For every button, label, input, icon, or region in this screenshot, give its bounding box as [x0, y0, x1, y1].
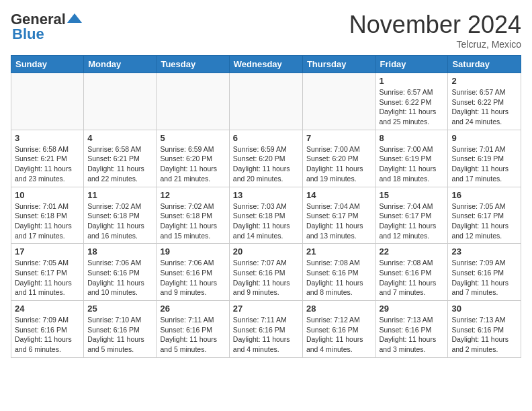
day-info: Sunrise: 7:04 AMSunset: 6:17 PMDaylight:… — [380, 201, 445, 241]
day-info: Sunrise: 6:59 AMSunset: 6:20 PMDaylight:… — [233, 144, 299, 184]
day-number: 28 — [306, 304, 372, 314]
weekday-header: Wednesday — [229, 56, 302, 73]
day-number: 18 — [87, 246, 152, 257]
calendar-cell: 13Sunrise: 7:03 AMSunset: 6:18 PMDayligh… — [229, 187, 302, 244]
day-info: Sunrise: 7:11 AMSunset: 6:16 PMDaylight:… — [160, 315, 225, 355]
day-number: 12 — [160, 190, 225, 200]
day-number: 13 — [233, 190, 299, 200]
calendar-cell: 25Sunrise: 7:10 AMSunset: 6:16 PMDayligh… — [84, 301, 157, 358]
day-info: Sunrise: 6:57 AMSunset: 6:22 PMDaylight:… — [451, 87, 517, 127]
calendar-cell — [11, 73, 84, 130]
calendar-week-row: 1Sunrise: 6:57 AMSunset: 6:22 PMDaylight… — [11, 73, 521, 130]
day-number: 5 — [160, 133, 225, 143]
calendar-cell: 20Sunrise: 7:07 AMSunset: 6:16 PMDayligh… — [229, 244, 302, 301]
weekday-header: Tuesday — [157, 56, 229, 73]
calendar-cell: 30Sunrise: 7:13 AMSunset: 6:16 PMDayligh… — [448, 301, 521, 358]
calendar-cell: 3Sunrise: 6:58 AMSunset: 6:21 PMDaylight… — [11, 130, 84, 187]
weekday-header: Sunday — [11, 56, 84, 73]
calendar-cell: 23Sunrise: 7:09 AMSunset: 6:16 PMDayligh… — [448, 244, 521, 301]
day-info: Sunrise: 7:09 AMSunset: 6:16 PMDaylight:… — [451, 258, 517, 298]
calendar-week-row: 3Sunrise: 6:58 AMSunset: 6:21 PMDaylight… — [11, 130, 521, 187]
day-info: Sunrise: 7:01 AMSunset: 6:19 PMDaylight:… — [451, 144, 517, 184]
day-info: Sunrise: 7:12 AMSunset: 6:16 PMDaylight:… — [306, 315, 372, 355]
day-number: 4 — [87, 133, 152, 143]
day-number: 3 — [15, 133, 80, 143]
day-number: 27 — [233, 304, 299, 314]
day-info: Sunrise: 7:08 AMSunset: 6:16 PMDaylight:… — [380, 258, 445, 298]
calendar-cell: 18Sunrise: 7:06 AMSunset: 6:16 PMDayligh… — [84, 244, 157, 301]
day-info: Sunrise: 6:58 AMSunset: 6:21 PMDaylight:… — [15, 144, 80, 184]
day-number: 15 — [380, 190, 445, 200]
day-info: Sunrise: 7:06 AMSunset: 6:16 PMDaylight:… — [87, 258, 152, 298]
weekday-header: Saturday — [448, 56, 521, 73]
day-info: Sunrise: 7:08 AMSunset: 6:16 PMDaylight:… — [306, 258, 372, 298]
day-number: 21 — [306, 246, 372, 257]
day-info: Sunrise: 7:02 AMSunset: 6:18 PMDaylight:… — [87, 201, 152, 241]
calendar-cell: 22Sunrise: 7:08 AMSunset: 6:16 PMDayligh… — [375, 244, 448, 301]
calendar-week-row: 10Sunrise: 7:01 AMSunset: 6:18 PMDayligh… — [11, 187, 521, 244]
day-number: 14 — [306, 190, 372, 200]
month-title: November 2024 — [349, 11, 521, 39]
day-number: 16 — [451, 190, 517, 200]
day-number: 20 — [233, 246, 299, 257]
calendar-cell: 21Sunrise: 7:08 AMSunset: 6:16 PMDayligh… — [302, 244, 375, 301]
calendar-cell: 7Sunrise: 7:00 AMSunset: 6:20 PMDaylight… — [302, 130, 375, 187]
calendar-cell — [157, 73, 229, 130]
day-info: Sunrise: 7:05 AMSunset: 6:17 PMDaylight:… — [15, 258, 80, 298]
day-info: Sunrise: 7:09 AMSunset: 6:16 PMDaylight:… — [15, 315, 80, 355]
calendar-cell: 29Sunrise: 7:13 AMSunset: 6:16 PMDayligh… — [375, 301, 448, 358]
day-number: 1 — [380, 76, 445, 86]
calendar-cell: 8Sunrise: 7:00 AMSunset: 6:19 PMDaylight… — [375, 130, 448, 187]
calendar-header-row: SundayMondayTuesdayWednesdayThursdayFrid… — [11, 56, 521, 73]
day-info: Sunrise: 6:57 AMSunset: 6:22 PMDaylight:… — [380, 87, 445, 127]
day-info: Sunrise: 6:59 AMSunset: 6:20 PMDaylight:… — [160, 144, 225, 184]
day-info: Sunrise: 7:02 AMSunset: 6:18 PMDaylight:… — [160, 201, 225, 241]
day-info: Sunrise: 7:11 AMSunset: 6:16 PMDaylight:… — [233, 315, 299, 355]
calendar-cell: 15Sunrise: 7:04 AMSunset: 6:17 PMDayligh… — [375, 187, 448, 244]
calendar-cell: 16Sunrise: 7:05 AMSunset: 6:17 PMDayligh… — [448, 187, 521, 244]
day-info: Sunrise: 7:07 AMSunset: 6:16 PMDaylight:… — [233, 258, 299, 298]
day-info: Sunrise: 7:00 AMSunset: 6:20 PMDaylight:… — [306, 144, 372, 184]
title-block: November 2024 Telcruz, Mexico — [349, 11, 521, 50]
calendar-cell: 24Sunrise: 7:09 AMSunset: 6:16 PMDayligh… — [11, 301, 84, 358]
calendar-table: SundayMondayTuesdayWednesdayThursdayFrid… — [11, 55, 521, 358]
weekday-header: Friday — [375, 56, 448, 73]
calendar-cell: 14Sunrise: 7:04 AMSunset: 6:17 PMDayligh… — [302, 187, 375, 244]
logo-blue: Blue — [12, 26, 44, 43]
calendar-cell: 2Sunrise: 6:57 AMSunset: 6:22 PMDaylight… — [448, 73, 521, 130]
calendar-week-row: 17Sunrise: 7:05 AMSunset: 6:17 PMDayligh… — [11, 244, 521, 301]
day-number: 10 — [15, 190, 80, 200]
day-number: 25 — [87, 304, 152, 314]
calendar-cell — [302, 73, 375, 130]
day-number: 26 — [160, 304, 225, 314]
calendar-cell: 4Sunrise: 6:58 AMSunset: 6:21 PMDaylight… — [84, 130, 157, 187]
weekday-header: Thursday — [302, 56, 375, 73]
calendar-cell: 12Sunrise: 7:02 AMSunset: 6:18 PMDayligh… — [157, 187, 229, 244]
weekday-header: Monday — [84, 56, 157, 73]
day-number: 19 — [160, 246, 225, 257]
day-info: Sunrise: 7:13 AMSunset: 6:16 PMDaylight:… — [451, 315, 517, 355]
calendar-cell: 17Sunrise: 7:05 AMSunset: 6:17 PMDayligh… — [11, 244, 84, 301]
calendar-cell — [229, 73, 302, 130]
day-number: 8 — [380, 133, 445, 143]
calendar-cell: 9Sunrise: 7:01 AMSunset: 6:19 PMDaylight… — [448, 130, 521, 187]
calendar-cell: 10Sunrise: 7:01 AMSunset: 6:18 PMDayligh… — [11, 187, 84, 244]
day-number: 29 — [380, 304, 445, 314]
day-number: 24 — [15, 304, 80, 314]
calendar-cell: 6Sunrise: 6:59 AMSunset: 6:20 PMDaylight… — [229, 130, 302, 187]
day-number: 6 — [233, 133, 299, 143]
day-number: 7 — [306, 133, 372, 143]
day-number: 30 — [451, 304, 517, 314]
svg-marker-0 — [67, 13, 82, 23]
calendar-cell: 5Sunrise: 6:59 AMSunset: 6:20 PMDaylight… — [157, 130, 229, 187]
day-number: 9 — [451, 133, 517, 143]
calendar-cell: 11Sunrise: 7:02 AMSunset: 6:18 PMDayligh… — [84, 187, 157, 244]
logo-icon — [67, 13, 82, 23]
calendar-cell — [84, 73, 157, 130]
day-info: Sunrise: 7:10 AMSunset: 6:16 PMDaylight:… — [87, 315, 152, 355]
page-header: General Blue November 2024 Telcruz, Mexi… — [11, 11, 521, 50]
day-number: 17 — [15, 246, 80, 257]
day-info: Sunrise: 7:00 AMSunset: 6:19 PMDaylight:… — [380, 144, 445, 184]
calendar-cell: 28Sunrise: 7:12 AMSunset: 6:16 PMDayligh… — [302, 301, 375, 358]
calendar-cell: 27Sunrise: 7:11 AMSunset: 6:16 PMDayligh… — [229, 301, 302, 358]
